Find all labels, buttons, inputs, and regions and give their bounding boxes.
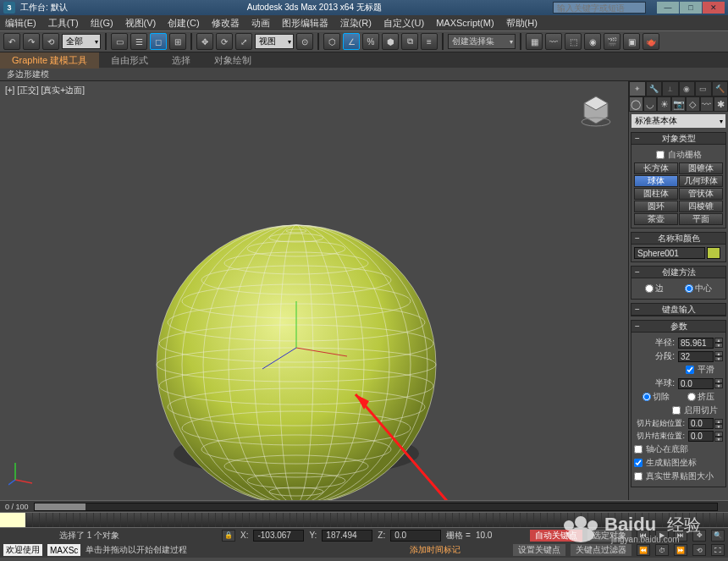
menu-graph[interactable]: 图形编辑器 <box>282 17 328 30</box>
render-setup-button[interactable]: 🎬 <box>604 33 620 50</box>
systems-subtab[interactable]: ✱ <box>714 96 728 112</box>
help-search-input[interactable] <box>553 2 646 14</box>
obj-torus[interactable]: 圆环 <box>634 201 678 212</box>
x-coord[interactable]: -103.067 <box>253 530 304 542</box>
select-name-button[interactable]: ☰ <box>130 33 147 50</box>
create-tab[interactable]: ✦ <box>629 81 646 96</box>
track-toggle[interactable] <box>0 513 25 527</box>
motion-tab[interactable]: ◉ <box>679 81 696 96</box>
segments-down[interactable]: ▼ <box>714 356 723 361</box>
menu-view[interactable]: 视图(V) <box>125 17 157 30</box>
close-button[interactable]: ✕ <box>703 2 725 14</box>
utilities-tab[interactable]: 🔨 <box>712 81 729 96</box>
display-tab[interactable]: ▭ <box>695 81 712 96</box>
z-coord[interactable]: 0.0 <box>390 530 441 542</box>
link-button[interactable]: ⟲ <box>42 33 59 50</box>
base-pivot-checkbox[interactable] <box>634 445 643 454</box>
helpers-subtab[interactable]: ◇ <box>686 96 700 112</box>
time-slider-handle[interactable] <box>35 503 85 510</box>
radio-edge[interactable]: 边 <box>645 283 664 294</box>
geometry-subtab[interactable]: ◯ <box>629 96 643 112</box>
select-button[interactable]: ▭ <box>111 33 128 50</box>
window-crossing-button[interactable]: ⊞ <box>169 33 186 50</box>
schematic-button[interactable]: ⬚ <box>565 33 582 50</box>
key-filter-button[interactable]: 关键点过滤器 <box>571 544 631 556</box>
radio-center[interactable]: 中心 <box>685 283 712 294</box>
move-button[interactable]: ✥ <box>196 33 213 50</box>
maxscript-tab[interactable]: MAXSc <box>47 544 80 556</box>
lights-subtab[interactable]: ☀ <box>657 96 671 112</box>
viewport[interactable]: [+] [正交] [真实+边面] <box>0 81 628 500</box>
curve-editor-button[interactable]: 〰 <box>545 33 562 50</box>
cameras-subtab[interactable]: 📷 <box>671 96 686 112</box>
obj-geosphere[interactable]: 几何球体 <box>679 175 723 187</box>
mirror-button[interactable]: ⧉ <box>401 33 418 50</box>
app-logo[interactable]: 3 <box>3 2 15 14</box>
track-bar[interactable] <box>0 512 728 527</box>
nav-pan-button[interactable]: ✥ <box>692 530 706 542</box>
scale-button[interactable]: ⤢ <box>235 33 252 50</box>
obj-tube[interactable]: 管状体 <box>679 188 723 200</box>
menu-maxscript[interactable]: MAXScript(M) <box>436 18 494 28</box>
nav-orbit-button[interactable]: ⟲ <box>692 544 706 556</box>
menu-create[interactable]: 创建(C) <box>168 17 199 30</box>
undo-button[interactable]: ↶ <box>3 33 20 50</box>
snap-button[interactable]: ⬡ <box>323 33 340 50</box>
menu-render[interactable]: 渲染(R) <box>340 17 372 30</box>
object-color-swatch[interactable] <box>707 247 720 259</box>
add-time-tag[interactable]: 添加时间标记 <box>410 544 461 556</box>
slice-from-input[interactable] <box>688 418 714 429</box>
play-button[interactable]: ▶ <box>655 530 669 542</box>
time-slider[interactable]: 0 / 100 <box>0 500 728 512</box>
ribbon-tab-freeform[interactable]: 自由形式 <box>99 52 160 69</box>
maximize-button[interactable]: □ <box>680 2 702 14</box>
pivot-button[interactable]: ⊙ <box>296 33 313 50</box>
radius-down[interactable]: ▼ <box>714 343 723 348</box>
menu-help[interactable]: 帮助(H) <box>506 17 538 30</box>
welcome-tab[interactable]: 欢迎使用 <box>3 544 42 556</box>
radio-squash[interactable]: 挤压 <box>687 391 714 403</box>
obj-pyramid[interactable]: 四棱锥 <box>679 201 723 212</box>
smooth-checkbox[interactable] <box>686 366 694 374</box>
menu-tools[interactable]: 工具(T) <box>48 17 79 30</box>
slice-on-checkbox[interactable] <box>672 406 681 415</box>
align-button[interactable]: ≡ <box>421 33 438 50</box>
ribbon-tab-paint[interactable]: 对象绘制 <box>202 52 263 69</box>
time-config-button[interactable]: ⏱ <box>655 544 669 556</box>
material-button[interactable]: ◉ <box>584 33 601 50</box>
ref-coord-system[interactable]: 视图 <box>255 34 294 49</box>
obj-teapot[interactable]: 茶壶 <box>634 213 678 225</box>
nav-max-button[interactable]: ⛶ <box>711 544 725 556</box>
goto-start-button[interactable]: ⏪ <box>637 544 650 556</box>
obj-plane[interactable]: 平面 <box>679 213 723 225</box>
menu-customize[interactable]: 自定义(U) <box>383 17 424 30</box>
angle-snap-button[interactable]: ∠ <box>343 33 360 50</box>
menu-animation[interactable]: 动画 <box>251 17 270 30</box>
object-name-input[interactable] <box>634 247 705 259</box>
rollout-header-object-type[interactable]: 对象类型 <box>631 133 725 145</box>
y-coord[interactable]: 187.494 <box>322 530 372 542</box>
viewport-canvas[interactable] <box>0 81 628 500</box>
ribbon-tab-selection[interactable]: 选择 <box>160 52 202 69</box>
slice-to-input[interactable] <box>688 431 714 442</box>
selection-filter[interactable]: 全部 <box>62 34 101 49</box>
obj-box[interactable]: 长方体 <box>634 162 678 174</box>
rollout-header-keyboard[interactable]: 键盘输入 <box>631 304 725 316</box>
segments-input[interactable] <box>678 351 714 362</box>
category-dropdown[interactable]: 标准基本体 <box>631 114 725 128</box>
nav-zoom-button[interactable]: 🔍 <box>711 530 725 542</box>
hemi-down[interactable]: ▼ <box>714 383 723 388</box>
gen-coords-checkbox[interactable] <box>634 459 643 467</box>
hierarchy-tab[interactable]: ⟂ <box>662 81 679 96</box>
rollout-header-method[interactable]: 创建方法 <box>631 267 725 278</box>
viewport-label[interactable]: [+] [正交] [真实+边面] <box>5 85 85 96</box>
layer-button[interactable]: ▦ <box>526 33 543 50</box>
minimize-button[interactable]: — <box>657 2 679 14</box>
render-frame-button[interactable]: ▣ <box>623 33 640 50</box>
set-key-button[interactable]: 设置关键点 <box>513 544 565 556</box>
workspace-selector[interactable]: 工作台: 默认 <box>20 2 68 14</box>
shapes-subtab[interactable]: ◡ <box>643 96 658 112</box>
obj-sphere[interactable]: 球体 <box>634 175 678 187</box>
real-world-checkbox[interactable] <box>634 472 643 481</box>
percent-snap-button[interactable]: % <box>362 33 379 50</box>
